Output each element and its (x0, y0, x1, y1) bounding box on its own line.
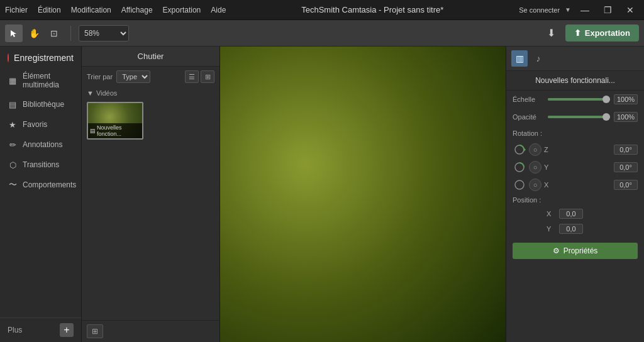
maximize-button[interactable]: ❐ (599, 3, 616, 17)
rotation-z-button[interactable]: ○ (529, 143, 541, 156)
close-button[interactable]: ✕ (621, 3, 639, 17)
props-icon: ⚙ (553, 246, 560, 255)
rotation-x-button[interactable]: ○ (529, 179, 541, 191)
position-label: Position : (513, 196, 544, 204)
select-tool-button[interactable] (5, 25, 23, 42)
more-label[interactable]: Plus (8, 326, 22, 334)
rotation-x-icon (513, 178, 526, 192)
right-panel: ▥ ♪ Nouvelles fonctionnali... Échelle 10… (506, 47, 644, 342)
sort-select[interactable]: Type (116, 70, 150, 83)
rotation-y-value[interactable]: 0,0° (614, 162, 638, 172)
rotation-z-value[interactable]: 0,0° (614, 145, 638, 155)
media-grid: ▤ Nouvelles fonction... (82, 99, 219, 142)
videos-label: Vidéos (96, 89, 117, 97)
svg-marker-2 (524, 148, 526, 152)
rotation-x-row: ○ X 0,0° (506, 176, 644, 194)
opacity-slider[interactable] (548, 116, 610, 118)
download-icon[interactable]: ⬇ (543, 25, 560, 42)
position-x-axis: X (547, 210, 557, 218)
transitions-icon: ⬡ (8, 160, 18, 170)
sort-bar: Trier par Type ☰ ⊞ (82, 67, 219, 87)
sidebar-item-favorites[interactable]: ★ Favoris (0, 114, 81, 135)
sidebar-item-annotations-label: Annotations (23, 140, 62, 149)
record-dot (8, 53, 9, 62)
media-panel: Chutier Trier par Type ☰ ⊞ ▼ Vidéos ▤ No… (82, 47, 220, 342)
scale-value[interactable]: 100% (614, 94, 638, 104)
rotation-y-axis-label: Y (544, 163, 554, 171)
opacity-label: Opacité (513, 113, 544, 121)
opacity-slider-fill (548, 116, 610, 118)
connect-button[interactable]: Se connecter (519, 6, 560, 14)
sidebar-item-behaviors-label: Comportements (23, 180, 76, 189)
thumbnail-label: ▤ Nouvelles fonction... (88, 123, 142, 138)
list-view-button[interactable]: ☰ (185, 70, 199, 83)
menu-modification[interactable]: Modification (71, 6, 111, 14)
videos-section[interactable]: ▼ Vidéos (82, 87, 219, 99)
rotation-z-axis-label: Z (544, 146, 554, 153)
menu-affichage[interactable]: Affichage (121, 6, 153, 14)
view-buttons: ☰ ⊞ (185, 70, 214, 83)
sidebar-item-transitions-label: Transitions (23, 160, 59, 169)
scale-row: Échelle 100% (506, 91, 644, 108)
position-x-value[interactable]: 0,0 (559, 209, 583, 219)
menu-fichier[interactable]: Fichier (5, 6, 28, 14)
opacity-slider-thumb (602, 113, 610, 121)
rotation-y-button[interactable]: ○ (529, 161, 541, 174)
scale-slider-thumb (602, 96, 610, 103)
opacity-row: Opacité 100% (506, 108, 644, 126)
sidebar-item-media[interactable]: ▦ Élément multimédia (0, 67, 81, 94)
connect-dropdown-icon[interactable]: ▼ (565, 6, 571, 13)
media-panel-header: Chutier (82, 47, 219, 67)
behaviors-icon: 〜 (8, 180, 18, 190)
sidebar-item-library[interactable]: ▤ Bibliothèque (0, 94, 81, 114)
sidebar-title: Enregistrement (14, 53, 74, 63)
app-title: TechSmith Camtasia - Projet sans titre* (301, 5, 443, 14)
audio-properties-icon[interactable]: ♪ (530, 50, 547, 67)
rotation-label-row: Rotation : (506, 126, 644, 141)
sidebar-item-transitions[interactable]: ⬡ Transitions (0, 155, 81, 175)
sidebar-item-favorites-label: Favoris (23, 120, 47, 129)
minimize-button[interactable]: — (576, 3, 594, 17)
chutier-title: Chutier (138, 52, 164, 61)
annotations-icon: ✏ (8, 140, 18, 150)
rotation-y-icon (513, 160, 526, 174)
menu-edition[interactable]: Édition (38, 6, 61, 14)
media-icon: ▦ (8, 75, 18, 86)
thumb-icon: ▤ (90, 128, 96, 134)
main-area: Enregistrement ▦ Élément multimédia ▤ Bi… (0, 47, 644, 342)
position-y-axis: Y (547, 225, 557, 233)
menu-exportation[interactable]: Exportation (163, 6, 201, 14)
library-icon: ▤ (8, 99, 18, 109)
scale-label: Échelle (513, 96, 544, 103)
right-panel-title: Nouvelles fonctionnali... (506, 71, 644, 91)
crop-tool-button[interactable]: ⊡ (45, 25, 63, 42)
media-thumbnail[interactable]: ▤ Nouvelles fonction... (87, 102, 143, 140)
grid-view-button[interactable]: ⊞ (201, 70, 214, 83)
toolbar-right: ⬇ ⬆ Exportation (543, 25, 639, 42)
properties-button[interactable]: ⚙ Propriétés (513, 243, 638, 259)
rotation-x-value[interactable]: 0,0° (614, 180, 638, 190)
sort-label: Trier par (87, 73, 113, 80)
sidebar-item-annotations[interactable]: ✏ Annotations (0, 135, 81, 155)
scale-slider[interactable] (548, 98, 610, 101)
zoom-select[interactable]: 58% (79, 25, 129, 41)
props-label: Propriétés (564, 246, 598, 255)
window-controls: Se connecter ▼ — ❐ ✕ (519, 3, 639, 17)
favorites-icon: ★ (8, 119, 18, 130)
opacity-value[interactable]: 100% (614, 112, 638, 122)
position-x-row: X 0,0 (506, 206, 644, 221)
add-track-button[interactable]: + (60, 323, 74, 337)
menu-aide[interactable]: Aide (211, 6, 226, 14)
position-y-value[interactable]: 0,0 (559, 224, 583, 234)
pan-tool-button[interactable]: ✋ (25, 25, 43, 42)
sidebar-item-media-label: Élément multimédia (23, 72, 74, 89)
rotation-z-icon (513, 143, 526, 157)
grid-layout-button[interactable]: ⊞ (87, 324, 103, 338)
preview-video (220, 47, 506, 342)
title-bar: // render menu inline Fichier Édition Mo… (0, 0, 644, 20)
sidebar-item-library-label: Bibliothèque (23, 100, 64, 109)
sidebar-item-behaviors[interactable]: 〜 Comportements (0, 175, 81, 195)
video-properties-icon[interactable]: ▥ (511, 50, 528, 67)
export-button[interactable]: ⬆ Exportation (565, 25, 639, 41)
media-bottom-bar: ⊞ (82, 320, 219, 342)
